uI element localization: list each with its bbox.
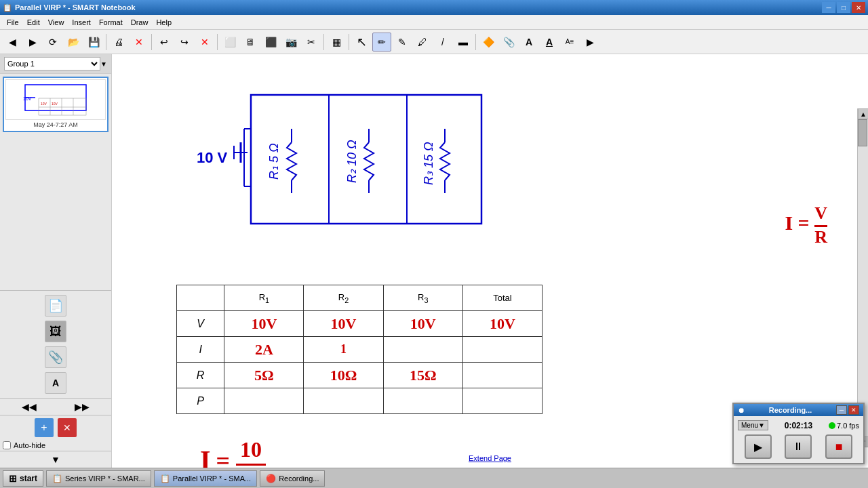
camera-button[interactable]: 📷 — [281, 33, 300, 52]
sidebar: Group 1 ▼ 10V — [0, 54, 112, 468]
thumbnail-item[interactable]: 10V 10V 10V May 24-7:27 AM — [3, 77, 108, 132]
menu-item-help[interactable]: Help — [152, 17, 176, 28]
recording-play-button[interactable]: ▶ — [745, 434, 772, 459]
table-button[interactable]: ▦ — [327, 33, 346, 52]
recording-menu-button[interactable]: Menu▼ — [738, 420, 768, 430]
open-button[interactable]: 📂 — [64, 33, 83, 52]
expand-left[interactable]: ◀◀ — [22, 401, 37, 412]
menu-item-file[interactable]: File — [3, 17, 23, 28]
table-cell-v-total: 10V — [462, 311, 542, 337]
scroll-down-arrow[interactable]: ▼ — [51, 454, 60, 465]
thumbnail-area: 10V 10V 10V May 24-7:27 AM — [0, 74, 111, 185]
taskbar-parallel-label: Parallel VIRP * - SMA... — [173, 474, 251, 483]
menu-item-format[interactable]: Format — [95, 17, 127, 28]
text-button[interactable]: A — [519, 33, 538, 52]
table-cell-p-r1 — [224, 388, 304, 414]
thumb-svg: 10V 10V 10V — [22, 81, 90, 119]
maximize-button[interactable]: □ — [837, 2, 850, 13]
taskbar-recording-icon: 🔴 — [266, 474, 276, 483]
home-button[interactable]: ⟳ — [43, 33, 62, 52]
minimize-button[interactable]: ─ — [822, 2, 835, 13]
scroll-thumb[interactable] — [858, 119, 867, 146]
table-cell-r-r3: 15Ω — [383, 363, 462, 388]
scroll-up-arrow[interactable]: ▲ — [858, 108, 868, 119]
menu-item-view[interactable]: View — [44, 17, 68, 28]
svg-text:10 V: 10 V — [197, 149, 228, 166]
text-tool[interactable]: A — [45, 372, 66, 394]
recording-window: ⏺ Recording... ─ ✕ Menu▼ 0:02:13 7.0 fps… — [732, 403, 865, 464]
taskbar-series-icon: 📋 — [52, 474, 62, 483]
circuit-diagram: 10 V — [193, 75, 573, 251]
menu-item-edit[interactable]: Edit — [23, 17, 44, 28]
scroll-track[interactable] — [858, 119, 868, 436]
start-button[interactable]: ⊞ start — [3, 470, 43, 487]
thumbnail-image: 10V 10V 10V — [5, 79, 106, 120]
recording-title-icon: ⏺ — [738, 407, 745, 414]
delete-page-btn[interactable]: ✕ — [58, 418, 77, 437]
close-doc-button[interactable]: ✕ — [130, 33, 149, 52]
formula-bottom-fraction: 10 10 — [236, 449, 266, 468]
title-bar-text: Parallel VIRP * - SMART Notebook — [15, 3, 136, 12]
taskbar-item-recording[interactable]: 🔴 Recording... — [260, 470, 325, 487]
recording-pause-button[interactable]: ⏸ — [785, 434, 812, 459]
line-color-button[interactable]: 📎 — [499, 33, 518, 52]
expand-right[interactable]: ▶▶ — [75, 401, 90, 412]
font-button[interactable]: A — [540, 33, 559, 52]
formula-fraction: V R — [814, 213, 827, 234]
shapes-button[interactable]: ▬ — [454, 33, 473, 52]
extend-page-link[interactable]: Extend Page — [469, 454, 511, 462]
eraser-button[interactable]: 🖊 — [413, 33, 432, 52]
close-button[interactable]: ✕ — [852, 2, 865, 13]
fill-button[interactable]: 🔶 — [479, 33, 498, 52]
toolbar-separator-2 — [151, 34, 152, 50]
delete-button[interactable]: ✕ — [195, 33, 214, 52]
formula-bottom: I = 10 10 — [200, 437, 266, 468]
taskbar-item-series[interactable]: 📋 Series VIRP * - SMAR... — [46, 470, 151, 487]
screen-button-1[interactable]: ⬜ — [220, 33, 239, 52]
svg-text:10V: 10V — [23, 96, 32, 101]
menu-item-draw[interactable]: Draw — [127, 17, 153, 28]
highlighter-button[interactable]: ✎ — [393, 33, 412, 52]
undo-button[interactable]: ↩ — [155, 33, 174, 52]
table-label-i: I — [177, 337, 224, 363]
taskbar-recording-label: Recording... — [279, 474, 319, 483]
recording-stop-button[interactable]: ■ — [825, 434, 852, 459]
table-cell-i-total — [462, 337, 542, 363]
rec-minimize-btn[interactable]: ─ — [836, 405, 847, 415]
table-row-r: R 5Ω 10Ω 15Ω — [177, 363, 542, 388]
group-dropdown-icon[interactable]: ▼ — [100, 60, 107, 68]
line-button[interactable]: / — [433, 33, 452, 52]
image-tool[interactable]: 🖼 — [45, 321, 66, 342]
forward-button[interactable]: ▶ — [23, 33, 42, 52]
add-page-btn[interactable]: + — [35, 418, 54, 437]
sidebar-header: Group 1 ▼ — [0, 54, 111, 74]
rec-close-btn[interactable]: ✕ — [848, 405, 859, 415]
taskbar-item-parallel[interactable]: 📋 Parallel VIRP * - SMA... — [154, 470, 257, 487]
recording-time: 0:02:13 — [771, 421, 826, 430]
more-button[interactable]: ▶ — [580, 33, 599, 52]
pen-button[interactable]: ✏ — [372, 33, 391, 52]
select-button[interactable]: ↖ — [352, 33, 371, 52]
group-select[interactable]: Group 1 — [4, 57, 100, 70]
redo-button[interactable]: ↪ — [175, 33, 194, 52]
table-cell-r-r2: 10Ω — [304, 363, 383, 388]
screen-button-2[interactable]: 🖥 — [241, 33, 260, 52]
table-cell-i-r3 — [383, 337, 462, 363]
page-tool[interactable]: 📄 — [45, 295, 66, 317]
thumb-label: May 24-7:27 AM — [5, 120, 106, 129]
crop-button[interactable]: ✂ — [302, 33, 321, 52]
table-label-p: P — [177, 388, 224, 414]
recording-title-bar: ⏺ Recording... ─ ✕ — [734, 404, 863, 416]
formula-bottom-i: I — [200, 445, 211, 468]
save-button[interactable]: 💾 — [84, 33, 103, 52]
menu-item-insert[interactable]: Insert — [68, 17, 95, 28]
gallery-tool[interactable]: 📎 — [45, 346, 66, 368]
table-cell-v-r3: 10V — [383, 311, 462, 337]
print-button[interactable]: 🖨 — [109, 33, 128, 52]
autohide-checkbox[interactable] — [3, 441, 11, 449]
screen-button-3[interactable]: ⬛ — [261, 33, 280, 52]
back-button[interactable]: ◀ — [3, 33, 22, 52]
math-button[interactable]: A≡ — [560, 33, 579, 52]
formula-right-text: I — [785, 211, 797, 234]
table-row-v: V 10V 10V 10V 10V — [177, 311, 542, 337]
